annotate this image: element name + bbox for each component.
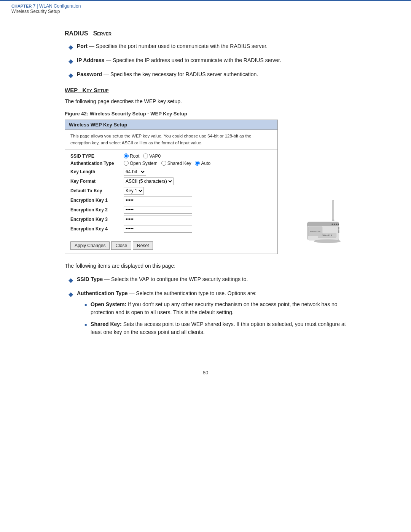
enc-key4-value	[124, 225, 192, 233]
chapter-line: Chapter 7 | WLAN Configuration	[11, 3, 400, 9]
radius-ip-desc: — Specifies the IP address used to commu…	[106, 57, 281, 63]
bullet-diamond-3: ◆	[68, 71, 73, 80]
enc-key2-label: Encryption Key 2	[70, 207, 124, 212]
wep-intro-text: The following page describes the WEP key…	[65, 97, 346, 105]
figure-caption: Figure 42: Wireless Security Setup - WEP…	[65, 111, 346, 117]
radius-ip-label: IP Address	[77, 57, 104, 63]
svg-rect-12	[338, 230, 339, 233]
wep-key-heading: WEP Key Setup	[65, 87, 346, 93]
svg-rect-1	[332, 219, 334, 221]
svg-point-5	[331, 224, 333, 225]
enc-key4-label: Encryption Key 4	[70, 226, 124, 232]
reset-button[interactable]: Reset	[133, 241, 153, 250]
radius-ip-text: IP Address — Specifies the IP address us…	[77, 56, 281, 64]
ssid-root-label: Root	[130, 153, 139, 159]
open-system-radio[interactable]	[124, 161, 129, 166]
svg-rect-11	[338, 227, 339, 230]
auth-sub-bullets: ■ Open System: If you don't set up any o…	[77, 300, 346, 336]
auth-type-radio-group: Open System Shared Key Auto	[124, 161, 210, 166]
radius-port-label: Port	[77, 43, 88, 49]
open-system-bold: Open System:	[91, 301, 126, 307]
auto-radio-label[interactable]: Auto	[195, 161, 210, 166]
radius-bullet-ip: ◆ IP Address — Specifies the IP address …	[68, 56, 346, 66]
open-system-label: Open System	[130, 161, 158, 166]
enc-key3-label: Encryption Key 3	[70, 217, 124, 222]
ssid-root-radio[interactable]	[124, 153, 129, 158]
radius-password-label: Password	[77, 71, 102, 77]
shared-key-radio[interactable]	[161, 161, 166, 166]
svg-point-15	[314, 240, 341, 243]
radius-heading-small: Server	[93, 30, 112, 37]
chapter-title: WLAN Configuration	[39, 3, 81, 9]
wep-heading-small: Key Setup	[82, 87, 108, 93]
enc-key4-input[interactable]	[124, 225, 192, 233]
default-tx-select[interactable]: Key 1 Key 2 Key 3 Key 4	[124, 187, 144, 195]
radius-port-desc: — Specifies the port number used to comm…	[89, 43, 268, 49]
svg-point-6	[334, 224, 335, 225]
open-system-desc: If you don't set up any other security m…	[91, 301, 338, 315]
svg-text:BRAND 9: BRAND 9	[322, 234, 332, 236]
wep-box-desc: This page allows you setup the WEP key v…	[65, 130, 277, 150]
wep-box: Wireless WEP Key Setup This page allows …	[65, 120, 278, 254]
svg-point-8	[338, 224, 339, 225]
radius-password-text: Password — Specifies the key necessary f…	[77, 70, 258, 78]
wep-auth-type-text: Authentication Type — Selects the authen…	[77, 289, 346, 340]
enc-key1-value	[124, 197, 192, 204]
shared-key-label: Shared Key	[167, 161, 191, 166]
open-system-text: Open System: If you don't set up any oth…	[91, 300, 346, 316]
shared-key-sub-bullet: ■ Shared Key: Sets the access point to u…	[84, 320, 346, 336]
shared-key-text: Shared Key: Sets the access point to use…	[91, 320, 346, 336]
bullet-diamond-2: ◆	[68, 57, 73, 66]
ssid-type-row: SSID TYPE Root VAP0	[70, 153, 272, 159]
auth-type-value: Open System Shared Key Auto	[124, 161, 210, 166]
chapter-word: Chapter	[11, 4, 32, 8]
ssid-vap0-radio[interactable]	[143, 153, 148, 158]
enc-key3-input[interactable]	[124, 216, 192, 223]
sub-bullet-square-1: ■	[84, 302, 87, 308]
wep-form: SSID TYPE Root VAP0	[65, 150, 277, 238]
default-tx-value: Key 1 Key 2 Key 3 Key 4	[124, 187, 144, 195]
ssid-vap0-radio-label[interactable]: VAP0	[143, 153, 161, 159]
router-image-area: BRAND 9 WIRELESS	[278, 120, 350, 254]
following-text: The following items are displayed on thi…	[65, 262, 346, 270]
radius-server-heading: Radius Server	[65, 30, 346, 37]
auth-type-bold: Authentication Type	[77, 290, 128, 296]
router-image: BRAND 9 WIRELESS	[278, 197, 350, 250]
shared-key-bold: Shared Key:	[91, 321, 122, 327]
apply-changes-button[interactable]: Apply Changes	[70, 241, 110, 250]
enc-key1-input[interactable]	[124, 197, 192, 204]
enc-key2-value	[124, 206, 192, 214]
enc-key3-row: Encryption Key 3	[70, 216, 272, 223]
page-header: Chapter 7 | WLAN Configuration Wireless …	[0, 0, 411, 15]
radius-password-desc: — Specifies the key necessary for RADIUS…	[104, 71, 258, 77]
default-tx-row: Default Tx Key Key 1 Key 2 Key 3 Key 4	[70, 187, 272, 195]
enc-key1-label: Encryption Key 1	[70, 198, 124, 203]
ssid-root-radio-label[interactable]: Root	[124, 153, 139, 159]
svg-point-7	[336, 224, 337, 225]
close-button[interactable]: Close	[111, 241, 131, 250]
radius-server-section: Radius Server ◆ Port — Specifies the por…	[65, 30, 346, 80]
ssid-type-radio-group: Root VAP0	[124, 153, 161, 159]
wep-box-container: Wireless WEP Key Setup This page allows …	[65, 120, 346, 254]
key-length-select[interactable]: 64-bit 128-bit	[124, 168, 146, 176]
section-line: Wireless Security Setup	[11, 9, 400, 14]
enc-key2-input[interactable]	[124, 206, 192, 214]
ssid-type-value: Root VAP0	[124, 153, 161, 159]
radius-bullet-list: ◆ Port — Specifies the port number used …	[65, 42, 346, 80]
wep-key-setup-section: WEP Key Setup The following page describ…	[65, 87, 346, 340]
ssid-type-label: SSID TYPE	[70, 153, 124, 159]
open-system-radio-label[interactable]: Open System	[124, 161, 158, 166]
shared-key-radio-label[interactable]: Shared Key	[161, 161, 191, 166]
radius-bullet-password: ◆ Password — Specifies the key necessary…	[68, 70, 346, 80]
bullet-diamond-auth: ◆	[68, 290, 73, 299]
auth-type-row: Authentication Type Open System Shared K…	[70, 161, 272, 166]
wep-ssid-type-text: SSID Type — Selects the VAP to configure…	[77, 275, 248, 283]
enc-key3-value	[124, 216, 192, 223]
key-format-select[interactable]: ASCII (5 characters) Hex	[124, 177, 174, 185]
sub-bullet-square-2: ■	[84, 322, 87, 328]
chapter-number: 7	[33, 3, 36, 9]
wep-box-title: Wireless WEP Key Setup	[65, 120, 277, 130]
ssid-type-bold: SSID Type	[77, 276, 103, 282]
auto-radio[interactable]	[195, 161, 200, 166]
key-length-row: Key Length 64-bit 128-bit	[70, 168, 272, 176]
